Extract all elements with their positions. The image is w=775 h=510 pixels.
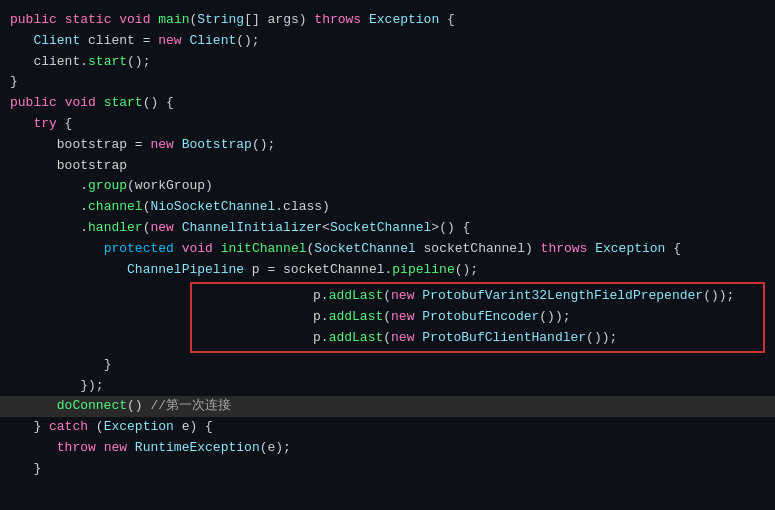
code-line: p.addLast(new ProtobufVarint32LengthFiel… — [196, 286, 759, 307]
code-line: } — [0, 355, 775, 376]
code-line: public static void main(String[] args) t… — [0, 10, 775, 31]
code-line: } catch (Exception e) { — [0, 417, 775, 438]
code-line: try { — [0, 114, 775, 135]
code-line: } — [0, 72, 775, 93]
code-line: bootstrap — [0, 156, 775, 177]
code-line: }); — [0, 376, 775, 397]
code-line: protected void initChannel(SocketChannel… — [0, 239, 775, 260]
code-line: client.start(); — [0, 52, 775, 73]
code-line: .handler(new ChannelInitializer<SocketCh… — [0, 218, 775, 239]
code-line: public void start() { — [0, 93, 775, 114]
code-line: p.addLast(new ProtobufEncoder()); — [196, 307, 759, 328]
code-line: doConnect() //第一次连接 — [0, 396, 775, 417]
code-line: p.addLast(new ProtoBufClientHandler()); — [196, 328, 759, 349]
code-line: } — [0, 459, 775, 480]
code-line: ChannelPipeline p = socketChannel.pipeli… — [0, 260, 775, 281]
code-line: .channel(NioSocketChannel.class) — [0, 197, 775, 218]
code-line: throw new RuntimeException(e); — [0, 438, 775, 459]
code-line: bootstrap = new Bootstrap(); — [0, 135, 775, 156]
code-line: Client client = new Client(); — [0, 31, 775, 52]
code-line: .group(workGroup) — [0, 176, 775, 197]
code-block: public static void main(String[] args) t… — [0, 10, 775, 480]
code-container: public static void main(String[] args) t… — [0, 0, 775, 510]
boxed-section: p.addLast(new ProtobufVarint32LengthFiel… — [190, 282, 765, 352]
